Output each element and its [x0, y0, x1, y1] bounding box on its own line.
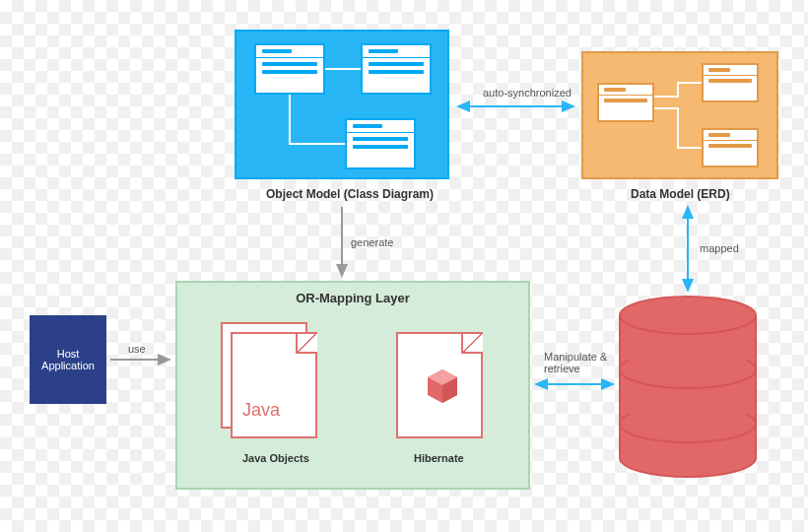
cube-icon [428, 369, 457, 403]
java-objects-label: Java Objects [242, 452, 309, 464]
table-connectors [583, 53, 780, 181]
generate-label: generate [351, 236, 393, 248]
auto-sync-label: auto-synchronized [483, 87, 572, 99]
mapped-label: mapped [700, 242, 739, 254]
java-badge: Java [242, 400, 280, 421]
host-app-label: Host Application [34, 348, 102, 371]
hibernate-file-icon [396, 332, 483, 438]
java-file-icon: Java [231, 332, 317, 438]
or-layer-title: OR-Mapping Layer [177, 291, 528, 305]
database-icon [619, 296, 757, 483]
manipulate-label: Manipulate & retrieve [544, 351, 613, 374]
object-model-caption: Object Model (Class Diagram) [266, 187, 434, 201]
data-model-panel [581, 51, 778, 179]
hibernate-label: Hibernate [414, 452, 464, 464]
or-mapping-layer: OR-Mapping Layer Java Java Objects Hiber… [175, 281, 530, 490]
use-label: use [128, 343, 146, 355]
host-application: Host Application [30, 315, 106, 404]
object-model-panel [235, 30, 449, 179]
class-connectors [236, 32, 451, 181]
data-model-caption: Data Model (ERD) [631, 187, 730, 201]
